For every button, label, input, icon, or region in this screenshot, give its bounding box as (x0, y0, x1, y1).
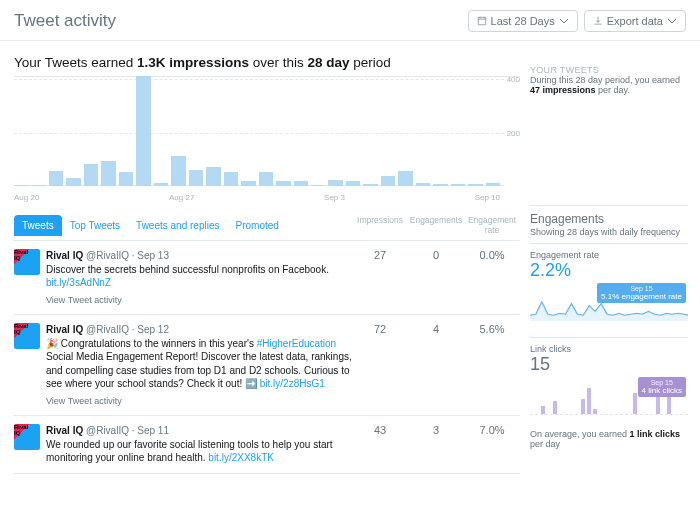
engagement-rate-label: Engagement rate (530, 250, 688, 260)
engagement-rate-value: 2.2% (530, 260, 688, 281)
chart-bar[interactable] (294, 181, 308, 187)
tweet-rate: 7.0% (464, 424, 520, 465)
tab-promoted[interactable]: Promoted (227, 215, 286, 236)
date-range-label: Last 28 Days (491, 15, 555, 27)
chevron-down-icon (667, 16, 677, 26)
tweet-text: Discover the secrets behind successful n… (46, 263, 352, 290)
chart-bar[interactable] (381, 176, 395, 186)
clicks-tooltip: Sep 15 4 link clicks (638, 377, 686, 397)
avatar (14, 323, 40, 349)
tweet-meta: Rival IQ @RivalIQ · Sep 11 (46, 424, 352, 438)
export-label: Export data (607, 15, 663, 27)
col-engagements: Engagements (408, 210, 464, 240)
tweet-text: 🎉 Congratulations to the winners in this… (46, 337, 352, 391)
tweet-impressions: 27 (352, 249, 408, 306)
engagements-sub: Showing 28 days with daily frequency (530, 227, 688, 237)
tweet-impressions: 43 (352, 424, 408, 465)
tweet-link[interactable]: bit.ly/2z8HsG1 (260, 378, 325, 389)
link-clicks-value: 15 (530, 354, 688, 375)
chart-bar[interactable] (206, 167, 220, 186)
spark-bar[interactable] (553, 401, 557, 414)
your-tweets-label: YOUR TWEETS (530, 65, 688, 75)
xtick: Sep 3 (324, 193, 345, 202)
header-buttons: Last 28 Days Export data (468, 10, 686, 32)
tweet-impressions: 72 (352, 323, 408, 407)
chart-bar[interactable] (416, 183, 430, 186)
calendar-icon (477, 16, 487, 26)
tweet-meta: Rival IQ @RivalIQ · Sep 13 (46, 249, 352, 263)
headline: Your Tweets earned 1.3K impressions over… (14, 55, 520, 70)
chart-bar[interactable] (101, 161, 115, 186)
xtick: Aug 20 (14, 193, 39, 202)
chart-bar[interactable] (328, 180, 342, 186)
date-range-button[interactable]: Last 28 Days (468, 10, 578, 32)
ytick: 400 (507, 75, 520, 84)
view-tweet-activity[interactable]: View Tweet activity (46, 294, 122, 306)
tweet-link[interactable]: bit.ly/2XX8kTK (208, 452, 274, 463)
chart-bar[interactable] (49, 171, 63, 186)
chart-bar[interactable] (224, 172, 238, 186)
chart-bar[interactable] (486, 183, 500, 186)
chart-bar[interactable] (189, 170, 203, 187)
tweet-engagements: 3 (408, 424, 464, 465)
tweet-engagements: 4 (408, 323, 464, 407)
export-button[interactable]: Export data (584, 10, 686, 32)
tab-tweets[interactable]: Tweets (14, 215, 62, 236)
avatar (14, 249, 40, 275)
col-impressions: Impressions (352, 210, 408, 240)
rate-tooltip: Sep 15 5.1% engagement rate (597, 283, 686, 303)
spark-bar[interactable] (587, 388, 591, 414)
view-tweet-activity[interactable]: View Tweet activity (46, 395, 122, 407)
tweet-meta: Rival IQ @RivalIQ · Sep 12 (46, 323, 352, 337)
engagement-rate-spark[interactable]: Sep 15 5.1% engagement rate (530, 283, 688, 331)
chart-bar[interactable] (363, 184, 377, 186)
chart-bar[interactable] (468, 184, 482, 186)
page-title: Tweet activity (14, 11, 116, 31)
chart-bar[interactable] (119, 172, 133, 186)
chart-bar[interactable] (276, 181, 290, 187)
tweet-link[interactable]: bit.ly/3sAdNnZ (46, 277, 111, 288)
chevron-down-icon (559, 16, 569, 26)
link-clicks-footer: On average, you earned 1 link clicks per… (530, 429, 688, 449)
spark-bar[interactable] (581, 399, 585, 414)
chart-bar[interactable] (66, 178, 80, 186)
tweet-row[interactable]: Rival IQ @RivalIQ · Sep 11We rounded up … (14, 416, 520, 474)
tweet-engagements: 0 (408, 249, 464, 306)
tab-top-tweets[interactable]: Top Tweets (62, 215, 128, 236)
chart-bar[interactable] (31, 185, 45, 186)
chart-bar[interactable] (154, 183, 168, 186)
tweet-row[interactable]: Rival IQ @RivalIQ · Sep 12🎉 Congratulati… (14, 315, 520, 416)
your-tweets-text: During this 28 day period, you earned 47… (530, 75, 688, 95)
avatar (14, 424, 40, 450)
chart-bar[interactable] (346, 181, 360, 186)
link-clicks-spark[interactable]: Sep 15 4 link clicks (530, 377, 688, 425)
spark-bar[interactable] (541, 406, 545, 414)
download-icon (593, 16, 603, 26)
tweet-row[interactable]: Rival IQ @RivalIQ · Sep 13Discover the s… (14, 241, 520, 315)
chart-bar[interactable] (14, 185, 28, 186)
chart-bar[interactable] (311, 185, 325, 186)
chart-bar[interactable] (136, 76, 150, 186)
spark-bar[interactable] (593, 409, 597, 414)
ytick: 200 (507, 129, 520, 138)
col-engagement-rate: Engagement rate (464, 210, 520, 240)
chart-bar[interactable] (171, 156, 185, 186)
xtick: Sep 10 (475, 193, 500, 202)
xtick: Aug 27 (169, 193, 194, 202)
chart-bar[interactable] (398, 171, 412, 186)
tab-tweets-replies[interactable]: Tweets and replies (128, 215, 227, 236)
tweet-text: We rounded up our favorite social listen… (46, 438, 352, 465)
impressions-chart[interactable]: 400 200 Aug 20Aug 27Sep 3Sep 10 (14, 76, 520, 202)
chart-bar[interactable] (241, 181, 255, 186)
link-clicks-label: Link clicks (530, 344, 688, 354)
chart-bar[interactable] (433, 184, 447, 186)
spark-bar[interactable] (633, 393, 637, 414)
chart-bar[interactable] (451, 184, 465, 186)
tweet-rate: 5.6% (464, 323, 520, 407)
tabs: Tweets Top Tweets Tweets and replies Pro… (14, 210, 520, 241)
chart-bar[interactable] (84, 164, 98, 186)
engagements-title: Engagements (530, 212, 688, 226)
tweet-rate: 0.0% (464, 249, 520, 306)
chart-bar[interactable] (259, 172, 273, 186)
